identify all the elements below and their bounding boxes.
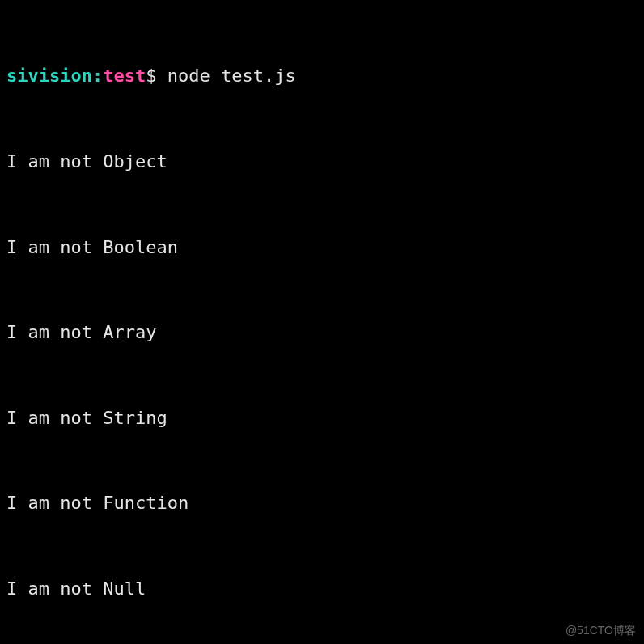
output-line: I am not String bbox=[6, 404, 638, 432]
output-line: I am not Boolean bbox=[6, 233, 638, 261]
command-text: node test.js bbox=[167, 66, 296, 86]
output-line: I am not Null bbox=[6, 574, 638, 603]
prompt-user: sivision bbox=[6, 66, 92, 86]
output-line: I am not Object bbox=[6, 147, 638, 176]
prompt-separator: : bbox=[92, 66, 103, 86]
prompt-line: sivision:test$ node test.js bbox=[6, 61, 638, 90]
watermark-text: @51CTO博客 bbox=[566, 621, 636, 639]
output-line: I am not Array bbox=[6, 318, 638, 346]
terminal-window[interactable]: sivision:test$ node test.js I am not Obj… bbox=[6, 5, 638, 644]
prompt-symbol: $ bbox=[146, 66, 167, 86]
output-line: I am not Function bbox=[6, 489, 638, 517]
prompt-host: test bbox=[103, 66, 146, 86]
